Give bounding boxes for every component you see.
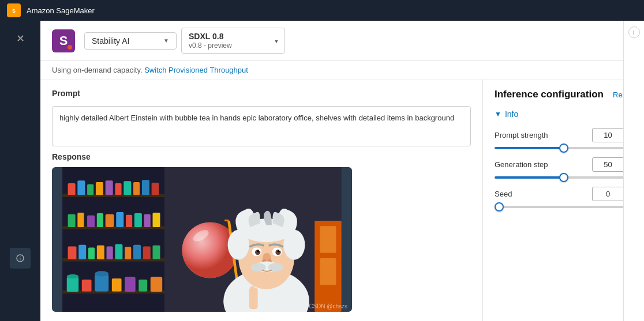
generation-step-top: Generation step	[495, 157, 632, 172]
svg-text:S: S	[12, 8, 16, 14]
model-version-dropdown[interactable]: SDXL 0.8 v0.8 - preview	[181, 28, 285, 54]
svg-rect-48	[151, 277, 162, 292]
svg-rect-16	[123, 181, 131, 195]
svg-rect-40	[67, 277, 78, 292]
provider-chevron-icon: ▼	[163, 37, 169, 44]
sidebar-strip: ✕ i	[0, 21, 40, 321]
svg-rect-25	[116, 212, 123, 227]
left-panel: Prompt highly detailed Albert Einstein w…	[40, 80, 482, 321]
generation-step-label: Generation step	[495, 160, 548, 169]
svg-rect-27	[134, 213, 142, 227]
svg-rect-34	[107, 247, 113, 259]
svg-rect-28	[144, 214, 151, 227]
svg-rect-50	[320, 226, 336, 252]
seed-row: Seed	[495, 187, 632, 208]
generation-step-row: Generation step	[495, 157, 632, 179]
info-toggle[interactable]: ▼ Info	[495, 109, 632, 119]
provider-logo: S	[52, 29, 75, 52]
svg-point-62	[283, 230, 305, 260]
svg-rect-47	[138, 280, 147, 291]
settings-icon[interactable]: i	[10, 248, 31, 269]
prompt-strength-label: Prompt strength	[495, 131, 548, 139]
svg-rect-18	[142, 180, 149, 195]
svg-rect-30	[68, 247, 77, 259]
info-toggle-label: Info	[505, 109, 518, 119]
logo-dot	[68, 45, 72, 50]
svg-rect-32	[88, 247, 95, 259]
response-image: CSDN @chszs	[52, 167, 352, 312]
prompt-input[interactable]: highly detailed Albert Einstein with bub…	[52, 106, 471, 146]
svg-rect-10	[68, 183, 76, 195]
svg-rect-23	[97, 213, 103, 227]
seed-slider[interactable]	[495, 206, 632, 208]
generation-step-slider[interactable]	[495, 176, 632, 179]
watermark: CSDN @chszs	[309, 303, 347, 309]
response-label: Response	[52, 152, 471, 161]
svg-rect-14	[106, 180, 113, 195]
inference-config-panel: Inference configuration Reset ▼ Info Pro…	[482, 80, 644, 321]
model-selector: Stability AI ▼ SDXL 0.8 v0.8 - preview ▼	[84, 28, 285, 54]
seed-top: Seed	[495, 187, 632, 201]
svg-rect-51	[320, 258, 336, 285]
svg-rect-35	[115, 244, 122, 259]
content-area: S Stability AI ▼ SDXL 0.8 v0.8 - preview…	[40, 21, 644, 321]
svg-rect-15	[115, 183, 121, 195]
svg-rect-21	[77, 213, 84, 227]
svg-point-41	[67, 274, 78, 278]
inference-header: Inference configuration Reset	[495, 89, 632, 100]
prompt-label: Prompt	[52, 89, 471, 98]
seed-label: Seed	[495, 190, 512, 198]
prompt-strength-top: Prompt strength	[495, 128, 632, 142]
svg-rect-24	[106, 214, 114, 227]
two-col-layout: Prompt highly detailed Albert Einstein w…	[40, 80, 644, 321]
inference-title: Inference configuration	[495, 89, 604, 100]
model-header: S Stability AI ▼ SDXL 0.8 v0.8 - preview…	[40, 21, 644, 61]
svg-rect-33	[97, 246, 104, 259]
sagemaker-logo: S	[7, 3, 21, 17]
prompt-strength-row: Prompt strength	[495, 128, 632, 149]
svg-rect-11	[77, 180, 85, 195]
svg-rect-31	[78, 245, 86, 259]
svg-rect-46	[125, 277, 136, 292]
svg-rect-39	[152, 246, 160, 259]
app-title: Amazon SageMaker	[27, 6, 95, 15]
svg-rect-22	[87, 216, 95, 227]
svg-rect-12	[87, 184, 93, 195]
svg-rect-37	[133, 245, 141, 259]
info-chevron-icon: ▼	[495, 110, 501, 118]
svg-rect-26	[126, 215, 132, 227]
version-chevron-icon: ▼	[274, 37, 279, 44]
svg-rect-17	[133, 182, 140, 195]
svg-rect-36	[125, 247, 131, 259]
svg-rect-20	[68, 214, 76, 227]
svg-rect-13	[96, 182, 103, 195]
config-section: Prompt strength Generation step	[495, 128, 632, 208]
version-box-wrapper: SDXL 0.8 v0.8 - preview ▼	[181, 28, 285, 54]
provider-dropdown[interactable]: Stability AI ▼	[84, 32, 177, 50]
svg-rect-56	[224, 220, 229, 221]
svg-rect-42	[82, 280, 92, 291]
svg-rect-29	[152, 213, 160, 227]
svg-point-71	[279, 250, 280, 251]
svg-rect-38	[143, 247, 151, 259]
svg-rect-43	[95, 274, 108, 292]
svg-rect-45	[112, 278, 122, 291]
svg-point-63	[228, 230, 249, 260]
capacity-notice: Using on-demand capacity. Switch Provisi…	[40, 61, 644, 80]
prompt-strength-slider[interactable]	[495, 147, 632, 149]
svg-text:i: i	[20, 256, 21, 262]
svg-rect-19	[152, 183, 159, 195]
svg-point-44	[95, 271, 108, 276]
right-edge-panel: i	[623, 21, 644, 321]
main-container: ✕ i S Stability AI ▼ SDXL 0.8	[0, 21, 644, 321]
close-button[interactable]: ✕	[14, 30, 27, 47]
switch-throughput-link[interactable]: Switch Provisioned Throughput	[144, 66, 248, 74]
edge-info-icon[interactable]: i	[628, 27, 640, 38]
top-bar: S Amazon SageMaker	[0, 0, 644, 21]
svg-rect-79	[250, 286, 254, 292]
svg-point-70	[259, 250, 260, 251]
